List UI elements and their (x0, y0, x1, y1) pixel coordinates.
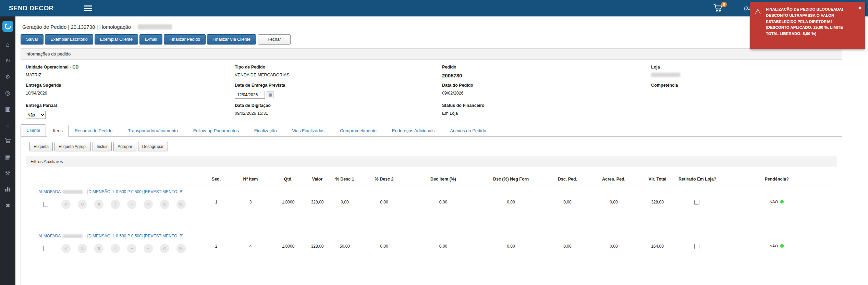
field-value: VENDA DE MERCADORIAS (235, 73, 442, 77)
discount-icon[interactable]: % (176, 244, 186, 253)
office-copy-button[interactable]: Exemplar Escritório (45, 34, 93, 45)
refresh-icon[interactable]: ↻ (78, 200, 87, 209)
delete-icon[interactable]: ✖ (94, 200, 103, 209)
tab-transportadora-icamento[interactable]: Transportadora/Içamento (128, 125, 178, 136)
topbar: SEND DECOR 0 (01) - M (0, 0, 868, 16)
alert-close-icon[interactable]: ✖ (858, 5, 862, 12)
tab-cliente[interactable]: Cliente (21, 124, 46, 136)
tab-finalizacao[interactable]: Finalização (254, 125, 277, 136)
sidebar-item-settings[interactable]: ⚙ (0, 69, 15, 85)
brand-logo: SEND DECOR (9, 4, 54, 12)
sidebar-item-reports[interactable] (0, 182, 15, 198)
finish-order-button[interactable]: Finalizar Pedido (164, 34, 206, 45)
col-n-item-header: Nº Item (228, 173, 273, 185)
approve-icon[interactable]: ✔ (61, 244, 71, 253)
delete-icon[interactable]: ✖ (94, 244, 103, 253)
sidebar-item-filters[interactable]: ≡ (0, 117, 15, 133)
col-acres-ped-header: Acres. Ped. (590, 173, 638, 185)
sidebar-item-home[interactable]: ⌂ (0, 37, 15, 53)
field-data-pedido: Data do Pedido 09/02/2026 (442, 83, 651, 99)
cell-valor: 328,00 (304, 194, 331, 229)
media-icon: ▣ (5, 106, 10, 113)
blocked-order-alert: ⚠ ✖ FINALIZAÇÃO DE PEDIDO BLOQUEADA! DES… (750, 2, 865, 49)
col-qtd-header: Qtd. (273, 173, 304, 185)
block-icon[interactable]: ⊘ (160, 244, 169, 253)
auxiliary-filters-toggle[interactable]: Filtros Auxiliares (26, 156, 837, 167)
etiqueta-agrup-button[interactable]: Etiqueta Agrup. (54, 142, 91, 151)
cut-icon[interactable]: ✂ (144, 244, 153, 253)
tab-anexos-do-pedido[interactable]: Anexos do Pedido (450, 125, 486, 136)
retirado-checkbox[interactable] (694, 200, 699, 205)
cell-dsc-neg-forn: 0,00 (477, 194, 545, 229)
field-entrega-parcial: Entrega Parcial Não (26, 103, 235, 119)
pendencia-label: NÃO (770, 244, 778, 248)
calendar-icon[interactable]: ▦ (267, 91, 273, 98)
field-label: Tipo de Pedido (235, 65, 442, 70)
desagrupar-button[interactable]: Desagrupar (138, 142, 168, 151)
tab-vias-finalizadas[interactable]: Vias Finalizadas (292, 125, 324, 136)
tab-itens[interactable]: Itens (47, 125, 68, 137)
field-label: Data do Pedido (442, 83, 651, 88)
product-link[interactable]: ALMOFADA (38, 234, 61, 238)
cart-icon (713, 8, 723, 13)
field-label: Competência (651, 83, 842, 88)
client-copy-button[interactable]: Exemplar Cliente (95, 34, 138, 45)
cart-button[interactable]: 0 (713, 3, 724, 13)
cell-seq: 1 (204, 194, 228, 229)
sidebar-item-cart[interactable] (0, 133, 15, 149)
remove-icon[interactable]: − (127, 244, 136, 253)
block-icon[interactable]: ⊘ (160, 200, 169, 209)
close-button[interactable]: Fechar (258, 34, 291, 45)
field-value: MATRIZ (26, 73, 235, 77)
cell-seq: 2 (204, 238, 228, 273)
save-button[interactable]: Salvar (21, 34, 44, 45)
field-pedido: Pedido 2005780 (442, 65, 651, 78)
col-seq-header: Seq. (204, 173, 228, 185)
sidebar-item-tools[interactable]: ⚒ (0, 165, 15, 182)
col-vlr-total-header: Vlr. Total (638, 173, 677, 185)
refresh-icon[interactable]: ↻ (78, 244, 87, 253)
field-unidade: Unidade Operacional - CD MATRIZ (26, 65, 235, 78)
field-label: Status do Financeiro (442, 103, 651, 108)
item-description-row: ALMOFADA- [DIMENSÃO: L 0.500 P 0.500] [R… (26, 185, 837, 195)
catalog-icon: ▦ (5, 154, 10, 161)
row-select-checkbox[interactable] (43, 246, 48, 251)
delivery-date-input[interactable] (235, 91, 265, 99)
cut-icon[interactable]: ✂ (144, 200, 153, 209)
tab-comprometimento[interactable]: Comprometimento (340, 125, 377, 136)
cell-vlr-total: 164,00 (638, 238, 677, 273)
sidebar-item-sync[interactable]: ↻ (0, 53, 15, 69)
field-tipo-pedido: Tipo de Pedido VENDA DE MERCADORIAS (235, 65, 442, 78)
field-label: Data de Digitação (235, 103, 442, 108)
email-button[interactable]: E-mail (139, 34, 162, 45)
tab-resumo-do-pedido[interactable]: Resumo do Pedido (75, 125, 113, 136)
status-dot (780, 244, 784, 248)
row-select-checkbox[interactable] (43, 202, 48, 207)
product-link[interactable]: ALMOFADA (38, 189, 61, 194)
sidebar-item-catalog[interactable]: ▦ (0, 149, 15, 165)
move-down-icon[interactable]: ⇩ (111, 200, 120, 209)
col-dsc-item-header: Dsc Item (%) (410, 173, 477, 185)
retirado-checkbox[interactable] (694, 244, 699, 249)
sidebar-item-support[interactable]: ◎ (0, 85, 15, 101)
sidebar-item-media[interactable]: ▣ (0, 101, 15, 117)
discount-icon[interactable]: % (176, 200, 186, 209)
approve-icon[interactable]: ✔ (61, 200, 71, 209)
sidebar-item-misc[interactable]: ✖ (0, 198, 15, 214)
entrega-parcial-select[interactable]: Não (26, 111, 46, 119)
tab-follow-up-pagamentos[interactable]: Follow-up Pagamentos (193, 125, 239, 136)
remove-icon[interactable]: − (127, 200, 136, 209)
filters-icon: ≡ (6, 122, 10, 129)
pendencia-status: NÃO (718, 200, 835, 204)
etiqueta-button[interactable]: Etiqueta (29, 142, 53, 151)
finish-via-client-button[interactable]: Finalizar Via Cliente (207, 34, 256, 45)
incluir-button[interactable]: Incluir (93, 142, 112, 151)
order-info-header: Informações do pedido (21, 48, 842, 60)
move-down-icon[interactable]: ⇩ (111, 244, 120, 253)
field-label: Entrega Parcial (26, 103, 235, 108)
agrupar-button[interactable]: Agrupar (113, 142, 136, 151)
menu-icon[interactable] (84, 4, 92, 13)
tab-enderecos-adicionais[interactable]: Endereços Adicionais (392, 125, 435, 136)
app-logo[interactable] (2, 21, 13, 32)
cell-acres-ped: 0,00 (590, 238, 638, 273)
